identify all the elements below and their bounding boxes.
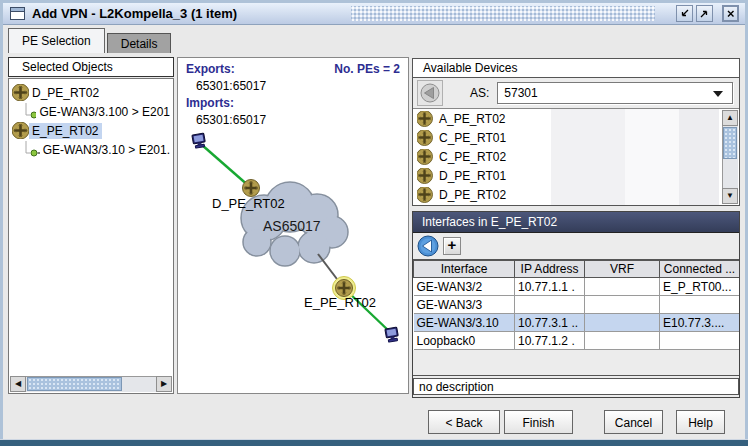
device-list-item[interactable]: D_PE_RT02 bbox=[413, 185, 739, 204]
tab-pe-selection-label: PE Selection bbox=[22, 34, 91, 48]
tab-details[interactable]: Details bbox=[107, 33, 172, 53]
tab-bar: PE Selection Details bbox=[8, 28, 171, 53]
selected-objects-header: Selected Objects bbox=[8, 57, 174, 77]
cell-vrf bbox=[585, 314, 660, 332]
interfaces-header: Interfaces in E_PE_RT02 bbox=[413, 212, 739, 233]
ce-device-icon-top[interactable] bbox=[192, 133, 206, 148]
interface-icon bbox=[21, 103, 36, 121]
cancel-button[interactable]: Cancel bbox=[604, 410, 663, 434]
available-devices-panel: Available Devices AS: 57301 A_PE_RT0 bbox=[412, 58, 740, 206]
add-vpn-dialog: Add VPN - L2Kompella_3 (1 item) PE Selec… bbox=[0, 0, 748, 446]
device-label: C_PE_RT02 bbox=[439, 150, 506, 164]
window-icon bbox=[10, 7, 25, 20]
close-button[interactable] bbox=[722, 5, 739, 22]
maximize-button[interactable] bbox=[696, 5, 713, 22]
tree-item-label-selected: E_PE_RT02 bbox=[29, 123, 102, 139]
device-label: A_PE_RT02 bbox=[439, 112, 506, 126]
cell-connected: E_P_RT00... bbox=[660, 278, 740, 296]
move-left-button-disabled[interactable] bbox=[417, 80, 443, 106]
right-column: Available Devices AS: 57301 A_PE_RT0 bbox=[412, 57, 740, 398]
interfaces-table: Interface IP Address VRF Connected ... G… bbox=[413, 260, 739, 350]
window-frame-top bbox=[0, 0, 748, 3]
chevron-down-icon bbox=[713, 91, 723, 97]
cell-connected bbox=[660, 332, 740, 350]
router-icon bbox=[417, 149, 433, 165]
minimize-button[interactable] bbox=[676, 5, 693, 22]
scroll-thumb[interactable] bbox=[723, 127, 737, 159]
tree-item-e-pe-rt02[interactable]: E_PE_RT02 bbox=[12, 121, 173, 140]
device-list-item[interactable]: A_PE_RT02 bbox=[413, 109, 739, 128]
cloud-label: AS65017 bbox=[263, 218, 321, 234]
device-list-item[interactable]: E_PE_RT01 bbox=[413, 204, 739, 205]
device-list: A_PE_RT02 C_PE_RT01 C_PE_RT02 D_PE_RT01 … bbox=[413, 108, 739, 205]
tree-item-d-pe-rt02[interactable]: D_PE_RT02 bbox=[12, 83, 173, 102]
finish-button[interactable]: Finish bbox=[504, 410, 573, 434]
as-selector-row: AS: 57301 bbox=[413, 78, 739, 108]
titlebar-texture bbox=[351, 6, 655, 21]
router-icon bbox=[417, 111, 433, 127]
titlebar[interactable]: Add VPN - L2Kompella_3 (1 item) bbox=[3, 3, 745, 25]
interface-row[interactable]: GE-WAN3/3 bbox=[414, 296, 740, 314]
ce-device-icon-bottom[interactable] bbox=[385, 327, 399, 342]
available-devices-header: Available Devices bbox=[413, 59, 739, 78]
topology-panel: Exports: 65301:65017 Imports: 65301:6501… bbox=[177, 57, 409, 394]
cell-interface: GE-WAN3/3.10 bbox=[414, 314, 515, 332]
interface-row[interactable]: Loopback0 10.77.1.2 . bbox=[414, 332, 740, 350]
as-combobox[interactable]: 57301 bbox=[497, 82, 733, 104]
device-list-item[interactable]: D_PE_RT01 bbox=[413, 166, 739, 185]
interface-row-selected[interactable]: GE-WAN3/3.10 10.77.3.1 .. E10.77.3.... bbox=[414, 314, 740, 332]
col-header-vrf[interactable]: VRF bbox=[585, 261, 660, 278]
router-icon bbox=[12, 122, 29, 139]
router-icon bbox=[417, 130, 433, 146]
cell-interface: GE-WAN3/2 bbox=[414, 278, 515, 296]
selected-objects-tree: D_PE_RT02 GE-WAN3/3.100 > E201 E_PE_RT02 bbox=[8, 78, 174, 394]
window-title: Add VPN - L2Kompella_3 (1 item) bbox=[32, 6, 237, 21]
device-list-item[interactable]: C_PE_RT02 bbox=[413, 147, 739, 166]
device-list-scrollbar[interactable]: ▲ ▼ bbox=[722, 110, 738, 204]
col-header-interface[interactable]: Interface bbox=[414, 261, 515, 278]
help-button[interactable]: Help bbox=[676, 410, 725, 434]
maximize-icon bbox=[699, 8, 710, 19]
scroll-left-arrow[interactable]: ◀ bbox=[10, 376, 26, 392]
cell-vrf bbox=[585, 332, 660, 350]
add-interface-button[interactable]: + bbox=[443, 237, 461, 255]
scroll-right-arrow[interactable]: ▶ bbox=[156, 376, 172, 392]
router-icon bbox=[12, 84, 29, 101]
col-header-connected[interactable]: Connected ... bbox=[660, 261, 740, 278]
cell-ip: 10.77.3.1 .. bbox=[515, 314, 585, 332]
cell-ip bbox=[515, 296, 585, 314]
as-combobox-value: 57301 bbox=[504, 86, 537, 100]
scroll-up-arrow[interactable]: ▲ bbox=[722, 110, 738, 126]
scroll-thumb[interactable] bbox=[27, 377, 122, 391]
interfaces-table-container: Interface IP Address VRF Connected ... G… bbox=[413, 259, 739, 376]
device-label: D_PE_RT02 bbox=[439, 188, 506, 202]
tab-pe-selection[interactable]: PE Selection bbox=[8, 28, 105, 53]
col-header-ip-address[interactable]: IP Address bbox=[515, 261, 585, 278]
cell-vrf bbox=[585, 278, 660, 296]
window-frame-bottom bbox=[0, 439, 748, 446]
cell-ip: 10.77.1.1 . bbox=[515, 278, 585, 296]
interface-icon bbox=[21, 141, 40, 159]
scroll-down-arrow[interactable]: ▼ bbox=[722, 188, 738, 204]
move-left-button[interactable] bbox=[417, 235, 439, 257]
minimize-icon bbox=[679, 8, 690, 19]
link-pc-to-d bbox=[202, 145, 250, 187]
cell-connected bbox=[660, 296, 740, 314]
node-e-label: E_PE_RT02 bbox=[304, 295, 376, 310]
tab-details-label: Details bbox=[121, 37, 158, 51]
cell-ip: 10.77.1.2 . bbox=[515, 332, 585, 350]
window-frame-left bbox=[0, 0, 3, 446]
interface-row[interactable]: GE-WAN3/2 10.77.1.1 . E_P_RT00... bbox=[414, 278, 740, 296]
tree-item-ge-wan3-3-10[interactable]: GE-WAN3/3.10 > E201. bbox=[12, 140, 173, 159]
cell-vrf bbox=[585, 296, 660, 314]
tree-horizontal-scrollbar[interactable]: ◀ ▶ bbox=[10, 376, 172, 392]
cell-interface: GE-WAN3/3 bbox=[414, 296, 515, 314]
close-icon bbox=[725, 8, 736, 19]
device-label: C_PE_RT01 bbox=[439, 131, 506, 145]
tree-item-ge-wan3-3-100[interactable]: GE-WAN3/3.100 > E201 bbox=[12, 102, 173, 121]
router-node-d[interactable] bbox=[243, 180, 260, 197]
back-button[interactable]: < Back bbox=[428, 410, 500, 434]
interfaces-panel: Interfaces in E_PE_RT02 + Interface IP A… bbox=[412, 211, 740, 398]
tree-item-label: D_PE_RT02 bbox=[29, 85, 102, 101]
device-list-item[interactable]: C_PE_RT01 bbox=[413, 128, 739, 147]
